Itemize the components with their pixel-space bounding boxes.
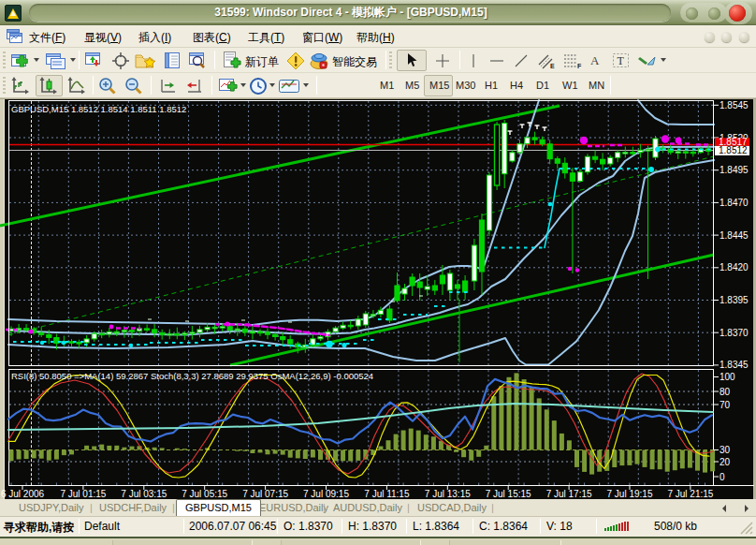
svg-text:1.8370: 1.8370 bbox=[720, 328, 749, 338]
svg-text:7 Jul 13:15: 7 Jul 13:15 bbox=[425, 489, 471, 499]
svg-text:1.8345: 1.8345 bbox=[720, 360, 749, 370]
svg-text:A: A bbox=[590, 53, 600, 67]
svg-text:1.8545: 1.8545 bbox=[720, 100, 749, 110]
svg-text:7 Jul 05:15: 7 Jul 05:15 bbox=[182, 489, 227, 499]
svg-text:80: 80 bbox=[720, 387, 731, 397]
svg-text:1.8445: 1.8445 bbox=[720, 230, 749, 241]
svg-text:GBPUSD,M15 1.8512 1.8514 1.85: GBPUSD,M15 1.8512 1.8514 1.8511 1.8512 bbox=[11, 104, 186, 114]
svg-text:E: E bbox=[550, 63, 555, 69]
svg-text:100: 100 bbox=[720, 372, 735, 382]
svg-text:6 Jul 2006: 6 Jul 2006 bbox=[1, 489, 45, 499]
svg-text:7 Jul 19:15: 7 Jul 19:15 bbox=[607, 489, 653, 499]
svg-text:T: T bbox=[618, 54, 625, 67]
svg-text:7 Jul 09:15: 7 Jul 09:15 bbox=[303, 489, 349, 499]
svg-text:1.8395: 1.8395 bbox=[720, 295, 749, 305]
svg-text:F: F bbox=[577, 63, 582, 69]
svg-text:7 Jul 01:15: 7 Jul 01:15 bbox=[60, 489, 106, 499]
svg-text:7 Jul 17:15: 7 Jul 17:15 bbox=[546, 489, 592, 499]
svg-text:0: 0 bbox=[720, 472, 725, 482]
svg-text:7 Jul 21:15: 7 Jul 21:15 bbox=[667, 489, 713, 499]
svg-text:70: 70 bbox=[720, 400, 731, 410]
svg-text:7 Jul 03:15: 7 Jul 03:15 bbox=[121, 489, 167, 499]
svg-text:1.8420: 1.8420 bbox=[720, 262, 749, 272]
svg-text:7 Jul 15:15: 7 Jul 15:15 bbox=[486, 489, 531, 499]
svg-text:1.8470: 1.8470 bbox=[720, 198, 749, 208]
svg-text:1.8512: 1.8512 bbox=[719, 145, 748, 155]
svg-text:7 Jul 11:15: 7 Jul 11:15 bbox=[364, 489, 410, 499]
svg-text:20: 20 bbox=[720, 457, 731, 467]
svg-text:1.8495: 1.8495 bbox=[720, 165, 749, 175]
svg-text:7 Jul 07:15: 7 Jul 07:15 bbox=[242, 489, 288, 499]
svg-text:30: 30 bbox=[720, 445, 731, 455]
svg-text:RSI(8) 50.8050 =>MA(14) 59.28: RSI(8) 50.8050 =>MA(14) 59.2867 Stoch(8,… bbox=[11, 371, 373, 381]
